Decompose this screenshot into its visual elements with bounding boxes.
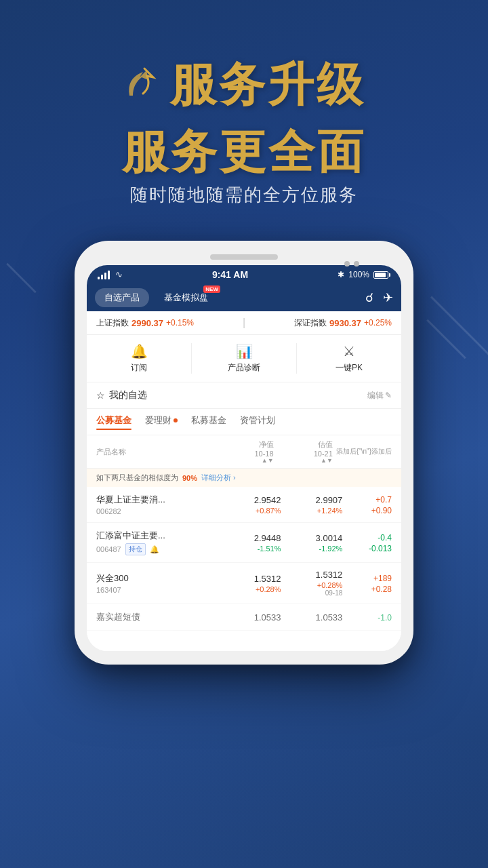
tab-private-fund[interactable]: 私募基金 [191,414,226,429]
fund-est-change-3: +0.28% [281,581,343,589]
phone-speaker-area [87,254,401,260]
fund-est-change-2: -1.92% [281,545,343,553]
func-subscribe[interactable]: 🔔 订阅 [87,343,191,374]
fund-add-value2-3: +0.28 [342,585,392,594]
func-bar: 🔔 订阅 📊 产品诊断 ⚔ 一键PK [87,335,401,382]
similarity-alert: 如下两只基金的相似度为 90% 详细分析 › [87,469,401,487]
fund-est-3: 1.5312 +0.28% 09-18 [281,570,343,597]
header-icons: ☌ ✈ [365,290,393,305]
fund-row-3[interactable]: 兴全300 163407 1.5312 +0.28% 1.5312 +0.28%… [87,563,401,604]
fund-est-value-2: 3.0014 [281,533,343,543]
diagnose-icon: 📊 [236,343,253,359]
status-right: ✱ 100% [338,270,390,279]
hero-title-row2: 服务更全面 [0,121,488,183]
fund-add-value2-2: -0.013 [342,544,392,553]
tab-asset-mgmt-label: 资管计划 [240,414,275,427]
fund-code-3: 163407 [96,586,121,594]
fund-code-row-2: 006487 持仓 🔔 [96,543,220,555]
signal-bars: ∿ [98,270,123,279]
fund-info-2: 汇添富中证主要... 006487 持仓 🔔 [96,530,220,555]
fund-nav-value-4: 1.0533 [220,612,281,623]
diagnose-label: 产品诊断 [228,362,260,374]
shenzhen-index: 深证指数 9930.37 +0.25% [294,317,392,329]
fund-add-value-1: +0.7 [342,495,392,505]
hero-title-text2: 服务更全面 [122,125,366,177]
fund-nav-value-1: 2.9542 [220,495,281,505]
fund-tag-holding: 持仓 [125,543,146,555]
fund-row-1[interactable]: 华夏上证主要消... 006282 2.9542 +0.87% 2.9907 +… [87,487,401,523]
fund-est-2: 3.0014 -1.92% [281,533,343,553]
edit-icon: ✎ [385,391,392,400]
fund-add-2: -0.4 -0.013 [342,532,392,553]
fund-nav-2: 2.9448 -1.51% [220,533,281,553]
shenzhen-index-value: 9930.37 [329,318,361,328]
fund-bell-icon: 🔔 [150,545,159,554]
index-divider: | [243,317,245,329]
phone-screen: ∿ 9:41 AM ✱ 100% 自选产品 [87,265,401,651]
subscribe-label: 订阅 [131,362,147,374]
fund-add-1: +0.7 +0.90 [342,494,392,515]
shanghai-index: 上证指数 2990.37 +0.15% [96,317,194,329]
func-pk[interactable]: ⚔ 一键PK [297,343,401,374]
fund-info-4: 嘉实超短债 [96,611,220,623]
shenzhen-index-change: +0.25% [364,318,392,328]
fund-est-1: 2.9907 +1.24% [281,495,343,515]
col-add-header: 添加后{"\n"}添加后 [333,447,392,456]
fund-est-date-3: 09-18 [281,589,343,597]
fund-code-2: 006487 [96,545,121,553]
subscribe-icon: 🔔 [131,343,148,359]
similarity-text: 如下两只基金的相似度为 [96,473,178,483]
similarity-link[interactable]: 详细分析 › [201,473,236,483]
shanghai-index-value: 2990.37 [131,318,163,328]
upgrade-arrow-icon [123,65,163,106]
tab-self-select-label: 自选产品 [104,292,140,302]
func-diagnose[interactable]: 📊 产品诊断 [192,343,296,374]
signal-bar-2 [101,275,103,279]
battery-pct: 100% [348,270,369,279]
tab-wealth-label: 爱理财 [145,414,171,427]
phone-wrapper: ∿ 9:41 AM ✱ 100% 自选产品 [0,241,488,665]
fund-nav-4: 1.0533 [220,612,281,623]
col-nav-label: 净值 [259,439,274,450]
fund-name-1: 华夏上证主要消... [96,494,220,506]
fund-row-4[interactable]: 嘉实超短债 1.0533 1.0533 -1.0 [87,604,401,631]
signal-bar-4 [108,271,110,279]
battery-icon [373,271,390,279]
wifi-icon: ∿ [115,269,123,279]
camera-dot-2 [354,261,359,267]
battery-fill [375,273,386,277]
shenzhen-index-name: 深证指数 [294,317,327,329]
shanghai-index-name: 上证指数 [96,317,129,329]
section-header: ☆ 我的自选 编辑 ✎ [87,382,401,409]
fund-est-value-1: 2.9907 [281,495,343,505]
fund-row-2[interactable]: 汇添富中证主要... 006487 持仓 🔔 2.9448 -1.51% 3.0… [87,523,401,563]
fund-code-1: 006282 [96,507,121,515]
headset-icon[interactable]: ✈ [383,290,393,305]
tab-fund-sim-label: 基金模拟盘 [164,292,208,302]
fund-est-value-4: 1.0533 [281,612,343,623]
tab-wealth[interactable]: 爱理财 [145,414,178,429]
section-edit[interactable]: 编辑 ✎ [367,390,392,401]
camera-dot-1 [344,261,350,267]
tab-public-fund[interactable]: 公募基金 [96,414,131,429]
category-tabs: 公募基金 爱理财 私募基金 资管计划 [87,409,401,435]
col-name-header: 产品名称 [96,447,214,457]
fund-est-change-1: +1.24% [281,507,343,515]
col-est-arrows: ▲▼ [321,458,333,464]
fund-nav-3: 1.5312 +0.28% [220,574,281,593]
pk-icon: ⚔ [343,343,355,359]
tab-fund-sim[interactable]: 基金模拟盘 NEW [155,288,218,307]
fund-info-3: 兴全300 163407 [96,572,220,594]
tab-public-fund-label: 公募基金 [96,414,131,427]
search-icon[interactable]: ☌ [365,290,373,305]
edit-label: 编辑 [367,390,384,401]
tab-asset-mgmt[interactable]: 资管计划 [240,414,275,429]
fund-nav-1: 2.9542 +0.87% [220,495,281,515]
status-time: 9:41 AM [212,269,248,280]
fund-add-4: -1.0 [342,612,392,623]
fund-nav-change-2: -1.51% [220,545,281,553]
tab-self-select[interactable]: 自选产品 [95,288,149,307]
battery-body [373,271,388,279]
fund-name-2: 汇添富中证主要... [96,530,220,542]
wealth-dot [174,418,178,422]
